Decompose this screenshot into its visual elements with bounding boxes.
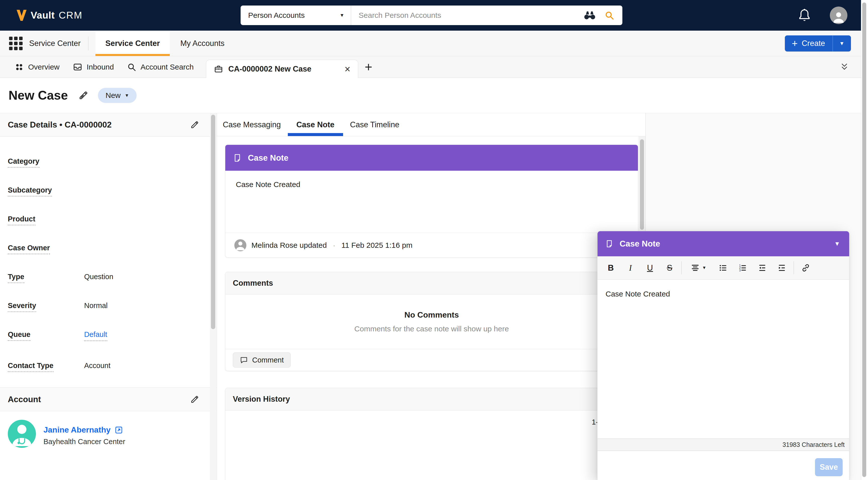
pencil-icon [79,90,88,100]
tab-service-center[interactable]: Service Center [95,31,170,56]
field-label: Type [8,273,84,281]
tab-case-note[interactable]: Case Note [297,113,335,136]
main-scrollbar-thumb[interactable] [640,139,644,230]
comment-button[interactable]: Comment [233,352,290,367]
version-history-body: 1- [225,411,638,480]
workspace-item-inbound[interactable]: Inbound [72,62,114,72]
tab-case-timeline[interactable]: Case Timeline [350,113,399,136]
comments-header: Comments [225,272,638,294]
tab-case-messaging[interactable]: Case Messaging [223,113,281,136]
workspace-item-overview[interactable]: Overview [14,62,60,72]
queue-link[interactable]: Default [84,330,107,341]
characters-left-text: 31983 Characters Left [783,441,845,448]
create-dropdown-button[interactable]: ▼ [833,35,851,52]
status-badge[interactable]: New ▼ [98,88,136,103]
bullet-list-icon [719,263,727,273]
account-organization: Bayhealth Cancer Center [43,438,125,446]
editor-text-area[interactable]: Case Note Created [597,280,849,439]
comments-title: Comments [233,279,273,288]
save-button[interactable]: Save [815,458,843,476]
account-section-header: Account [0,387,217,411]
create-button-label: Create [802,39,825,48]
indent-icon [777,263,786,273]
underline-button[interactable]: U [640,263,660,273]
search-scope-value: Person Accounts [248,11,305,20]
grid-dots-icon [14,62,24,72]
bullet-list-button[interactable] [713,263,733,273]
align-icon [691,263,700,273]
chevron-down-icon: ▼ [702,265,707,270]
field-value: Account [84,361,111,370]
field-row: Case Owner [8,244,217,252]
search-input[interactable]: Search Person Accounts [351,11,583,20]
brand-crm: CRM [59,10,83,21]
double-chevron-down-icon [840,63,849,71]
field-label: Subcategory [8,186,84,194]
chevron-down-icon: ▼ [340,12,344,18]
comments-card: Comments No Comments Comments for the ca… [225,272,638,371]
case-note-card: Case Note Case Note Created Melinda Rose… [225,145,638,258]
workspace-item-account-search[interactable]: Account Search [127,62,194,72]
binoculars-icon[interactable] [583,10,596,20]
user-avatar [234,239,246,251]
plus-icon: + [792,38,798,49]
comments-empty-state: No Comments Comments for the case note w… [225,294,638,349]
case-note-card-title: Case Note [248,153,288,163]
left-panel-scrollbar-thumb[interactable] [211,115,215,329]
strikethrough-button[interactable]: S [660,263,679,273]
updated-time-text: 11 Feb 2025 1:16 pm [341,241,412,250]
dot-separator: · [333,241,335,250]
italic-button[interactable]: I [621,263,640,273]
new-tab-button[interactable]: + [365,56,372,78]
search-icon [127,62,136,72]
account-name-link[interactable]: Janine Abernathy [43,425,125,435]
case-details-panel: Case Details • CA-0000002 Category Subca… [0,113,217,480]
edit-account-button[interactable] [190,395,199,404]
collapse-tabs-button[interactable] [840,63,849,71]
field-row: Category [8,157,217,166]
doctor-icon [8,420,36,448]
editor-toolbar: B I U S ▼ 1 2 3 [597,256,849,280]
field-row: TypeQuestion [8,273,217,281]
search-scope-dropdown[interactable]: Person Accounts ▼ [241,5,351,25]
numbered-list-button[interactable]: 1 2 3 [733,263,752,273]
field-row: SeverityNormal [8,301,217,310]
collapse-editor-icon[interactable]: ▼ [834,240,840,247]
user-avatar[interactable] [830,6,847,24]
bold-button[interactable]: B [601,263,621,273]
page-scrollbar-thumb[interactable] [862,2,866,477]
case-note-body[interactable]: Case Note Created [225,171,638,233]
link-button[interactable] [796,263,815,273]
editor-header[interactable]: Case Note ▼ [597,231,849,256]
characters-left-bar: 31983 Characters Left [597,439,849,451]
tab-service-center-label: Service Center [105,39,160,48]
tab-my-accounts[interactable]: My Accounts [170,39,235,48]
page-header: New Case New ▼ [0,78,861,113]
version-history-card: Version History 1- [225,388,638,480]
vault-crm-logo: Vault CRM [16,9,83,22]
comment-button-label: Comment [252,356,284,364]
inbox-icon [72,62,83,72]
field-row: QueueDefault [8,330,217,341]
indent-button[interactable] [772,263,792,273]
create-button[interactable]: + Create [785,35,833,52]
field-row: Subcategory [8,186,217,195]
search-icon[interactable] [604,10,614,20]
edit-title-button[interactable] [79,90,88,100]
case-note-footer: Melinda Rose updated · 11 Feb 2025 1:16 … [225,233,638,257]
toolbar-divider [794,261,794,275]
outdent-button[interactable] [752,263,772,273]
close-icon[interactable]: × [345,64,350,74]
edit-case-details-button[interactable] [190,120,199,129]
workspace-tab-active-case[interactable]: CA-0000002 New Case × [206,60,358,78]
notifications-bell-icon[interactable] [798,8,811,22]
case-note-editor-panel: Case Note ▼ B I U S ▼ 1 2 3 [597,231,849,480]
no-comments-subtitle: Comments for the case note will show up … [354,325,509,333]
toolbar-divider [681,261,682,275]
page-title: New Case [8,88,68,103]
app-launcher-icon[interactable] [9,37,23,50]
align-dropdown-button[interactable]: ▼ [684,263,713,273]
external-link-icon [115,426,123,434]
field-label: Severity [8,301,84,310]
field-value: Question [84,273,113,281]
